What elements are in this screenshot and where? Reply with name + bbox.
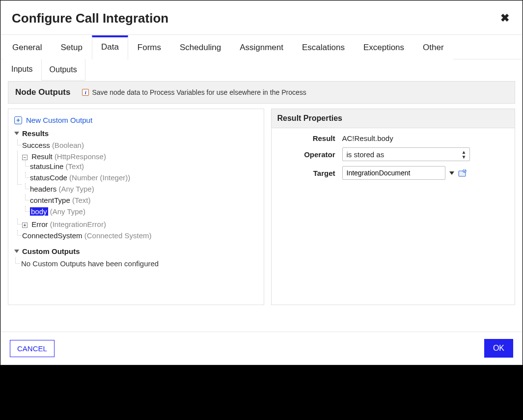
dialog-header: Configure Call Integration ✖ bbox=[1, 1, 522, 35]
result-label: Result bbox=[278, 134, 342, 142]
section-hint-text: Save node data to Process Variables for … bbox=[92, 88, 306, 96]
cancel-button[interactable]: CANCEL bbox=[10, 340, 55, 357]
results-tree: Results Success (Boolean) − Result (Http… bbox=[14, 129, 258, 270]
tab-assignment[interactable]: Assignment bbox=[230, 35, 293, 59]
tree-node-statusline[interactable]: statusLine (Text) bbox=[30, 161, 258, 172]
target-input[interactable] bbox=[342, 166, 445, 180]
operator-label: Operator bbox=[278, 150, 342, 159]
tree-node-body[interactable]: body (Any Type) bbox=[30, 206, 258, 217]
content-row: + New Custom Output Results Success (Boo… bbox=[1, 104, 522, 312]
select-stepper-icon: ▲▼ bbox=[462, 150, 467, 159]
result-value: AC!Result.body bbox=[342, 134, 508, 142]
tree-node-contenttype[interactable]: contentType (Text) bbox=[30, 195, 258, 206]
tree-node-result[interactable]: − Result (HttpResponse) statusLine (Text… bbox=[22, 151, 258, 219]
result-properties-panel: Result Properties Result AC!Result.body … bbox=[271, 109, 516, 305]
results-label: Results bbox=[22, 129, 49, 138]
tab-exceptions[interactable]: Exceptions bbox=[354, 35, 413, 59]
node-outputs-header: Node Outputs i Save node data to Process… bbox=[8, 81, 515, 104]
dialog-footer: CANCEL OK bbox=[1, 332, 522, 364]
prop-row-target: Target bbox=[278, 166, 508, 180]
tree-node-success[interactable]: Success (Boolean) bbox=[22, 140, 258, 151]
operator-selected-value: is stored as bbox=[347, 150, 385, 159]
no-custom-outputs-text: No Custom Outputs have been configured bbox=[14, 257, 258, 270]
info-icon: i bbox=[82, 89, 89, 96]
tree-node-connectedsystem[interactable]: ConnectedSystem (Connected System) bbox=[22, 230, 258, 241]
operator-select[interactable]: is stored as ▲▼ bbox=[342, 147, 470, 161]
new-custom-output-label: New Custom Output bbox=[26, 116, 92, 124]
plus-icon: + bbox=[14, 116, 22, 124]
collapse-icon[interactable]: − bbox=[22, 155, 28, 160]
primary-tabs: General Setup Data Forms Scheduling Assi… bbox=[1, 35, 522, 59]
tree-node-error[interactable]: + Error (IntegrationError) bbox=[22, 219, 258, 230]
subtab-inputs[interactable]: Inputs bbox=[3, 59, 41, 81]
tab-setup[interactable]: Setup bbox=[51, 35, 91, 59]
section-hint: i Save node data to Process Variables fo… bbox=[82, 88, 306, 96]
tab-general[interactable]: General bbox=[3, 35, 51, 59]
expression-editor-icon[interactable] bbox=[458, 169, 467, 176]
results-group[interactable]: Results bbox=[14, 129, 258, 138]
prop-row-result: Result AC!Result.body bbox=[278, 134, 508, 142]
subtab-outputs[interactable]: Outputs bbox=[41, 59, 85, 81]
tab-escalations[interactable]: Escalations bbox=[293, 35, 354, 59]
configure-call-integration-dialog: Configure Call Integration ✖ General Set… bbox=[0, 0, 523, 365]
target-label: Target bbox=[278, 169, 342, 177]
result-properties-title: Result Properties bbox=[272, 109, 515, 128]
section-title: Node Outputs bbox=[15, 87, 70, 97]
prop-row-operator: Operator is stored as ▲▼ bbox=[278, 147, 508, 161]
secondary-tabs: Inputs Outputs bbox=[1, 59, 522, 81]
ok-button[interactable]: OK bbox=[484, 339, 513, 358]
tab-scheduling[interactable]: Scheduling bbox=[170, 35, 230, 59]
expand-icon[interactable]: + bbox=[22, 223, 28, 228]
close-icon[interactable]: ✖ bbox=[498, 10, 511, 27]
caret-down-icon bbox=[14, 250, 19, 253]
tree-node-statuscode[interactable]: statusCode (Number (Integer)) bbox=[30, 172, 258, 183]
new-custom-output-link[interactable]: + New Custom Output bbox=[14, 116, 258, 124]
tab-forms[interactable]: Forms bbox=[128, 35, 170, 59]
chevron-down-icon[interactable] bbox=[449, 171, 454, 175]
custom-outputs-label: Custom Outputs bbox=[22, 247, 80, 255]
dialog-title: Configure Call Integration bbox=[12, 11, 168, 26]
background-strip bbox=[0, 365, 523, 392]
custom-outputs-group[interactable]: Custom Outputs bbox=[14, 247, 258, 255]
tab-data[interactable]: Data bbox=[92, 35, 128, 59]
tree-node-headers[interactable]: headers (Any Type) bbox=[30, 183, 258, 195]
tab-other[interactable]: Other bbox=[413, 35, 453, 59]
outputs-tree-panel: + New Custom Output Results Success (Boo… bbox=[8, 109, 264, 305]
caret-down-icon bbox=[14, 132, 19, 135]
